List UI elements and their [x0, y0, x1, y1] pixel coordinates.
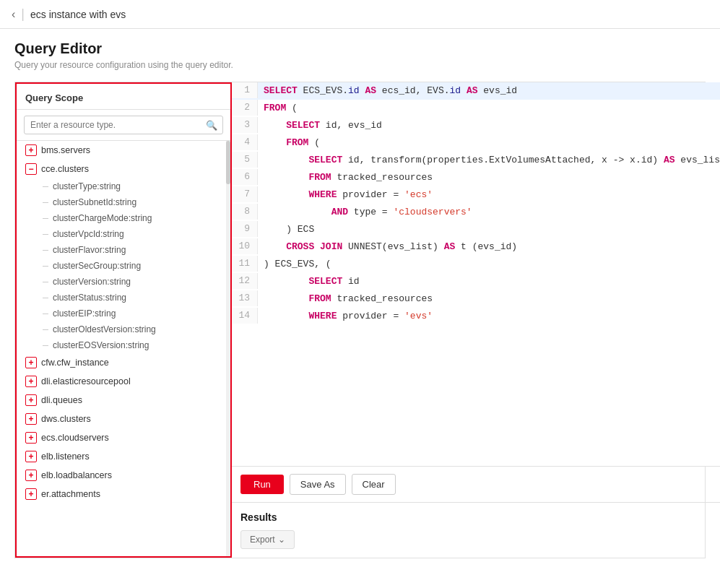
results-area: Results Export ⌄: [232, 503, 720, 558]
tree-child-label: clusterStatus:string: [53, 293, 126, 303]
tree-child-label: clusterEIP:string: [53, 308, 116, 319]
top-bar: ‹ | ecs instance with evs: [0, 0, 720, 29]
main-layout: Query Scope 🔍 +bms.servers−cce.clustersc…: [14, 82, 706, 558]
expand-icon[interactable]: +: [25, 432, 37, 444]
sidebar-item-dws.clusters[interactable]: +dws.clusters: [17, 410, 230, 428]
tree-item-label: dws.clusters: [41, 414, 91, 424]
scroll-thumb[interactable]: [226, 141, 230, 184]
chevron-down-icon: ⌄: [278, 535, 285, 545]
code-line-4: 4 FROM (: [232, 134, 720, 152]
sidebar: Query Scope 🔍 +bms.servers−cce.clustersc…: [15, 82, 232, 558]
tree-child-clusterSubnetId:string[interactable]: clusterSubnetId:string: [17, 194, 230, 210]
line-number: 9: [232, 221, 258, 237]
expand-icon[interactable]: +: [25, 394, 37, 406]
tree-child-clusterVpcId:string[interactable]: clusterVpcId:string: [17, 226, 230, 242]
tree-item-label: elb.loadbalancers: [41, 470, 112, 480]
sidebar-item-dli.queues[interactable]: +dli.queues: [17, 391, 230, 410]
line-content: FROM tracked_resources: [258, 290, 720, 308]
clear-button[interactable]: Clear: [352, 474, 396, 495]
code-line-13: 13 FROM tracked_resources: [232, 290, 720, 308]
expand-icon[interactable]: +: [25, 144, 37, 156]
back-button[interactable]: ‹: [12, 8, 15, 21]
line-number: 6: [232, 169, 258, 185]
line-content: ) ECS_EVS, (: [258, 256, 720, 273]
tree-child-clusterType:string[interactable]: clusterType:string: [17, 178, 230, 194]
tree-item-label: elb.listeners: [41, 451, 90, 462]
tree-child-clusterFlavor:string[interactable]: clusterFlavor:string: [17, 242, 230, 258]
line-content: FROM tracked_resources: [258, 169, 720, 186]
tree-item-label: ecs.cloudservers: [41, 433, 109, 443]
line-content: ) ECS: [258, 221, 720, 238]
save-as-button[interactable]: Save As: [290, 474, 346, 495]
sidebar-item-elb.loadbalancers[interactable]: +elb.loadbalancers: [17, 466, 230, 485]
tree-child-clusterStatus:string[interactable]: clusterStatus:string: [17, 290, 230, 306]
tree-item-label: er.attachments: [41, 489, 100, 499]
line-content: WHERE provider = 'ecs': [258, 186, 720, 204]
line-content: AND type = 'cloudservers': [258, 204, 720, 221]
tree-item-label: dli.queues: [41, 395, 82, 405]
line-number: 8: [232, 204, 258, 220]
expand-icon[interactable]: +: [25, 357, 37, 368]
sidebar-item-bms.servers[interactable]: +bms.servers: [17, 141, 230, 160]
line-number: 4: [232, 134, 258, 150]
tree-child-label: clusterType:string: [53, 181, 121, 191]
tree-child-clusterChargeMode:string[interactable]: clusterChargeMode:string: [17, 210, 230, 226]
search-input[interactable]: [24, 116, 223, 134]
sidebar-item-cce.clusters[interactable]: −cce.clusters: [17, 160, 230, 178]
sidebar-item-dli.elasticresourcepool[interactable]: +dli.elasticresourcepool: [17, 372, 230, 391]
tree-child-clusterOldestVersion:string[interactable]: clusterOldestVersion:string: [17, 321, 230, 337]
expand-icon[interactable]: +: [25, 376, 37, 387]
tree-item-label: dli.elasticresourcepool: [41, 376, 131, 386]
line-number: 11: [232, 256, 258, 272]
line-content: FROM (: [258, 100, 720, 117]
line-number: 5: [232, 152, 258, 168]
top-bar-divider: |: [21, 7, 25, 22]
tree-child-clusterSecGroup:string[interactable]: clusterSecGroup:string: [17, 258, 230, 274]
export-label: Export: [250, 535, 275, 545]
code-editor[interactable]: 1SELECT ECS_EVS.id AS ecs_id, EVS.id AS …: [232, 82, 720, 467]
code-line-8: 8 AND type = 'cloudservers': [232, 204, 720, 221]
tree-item-label: bms.servers: [41, 145, 90, 155]
sidebar-header: Query Scope: [17, 84, 230, 110]
tree-child-label: clusterVpcId:string: [53, 229, 124, 239]
line-content: SELECT id: [258, 273, 720, 290]
run-button[interactable]: Run: [240, 475, 284, 494]
tree-child-clusterEOSVersion:string[interactable]: clusterEOSVersion:string: [17, 337, 230, 353]
search-box: 🔍: [17, 110, 230, 141]
expand-icon[interactable]: +: [25, 451, 37, 462]
line-number: 7: [232, 186, 258, 202]
export-button[interactable]: Export ⌄: [240, 530, 295, 549]
tree-child-label: clusterFlavor:string: [53, 245, 126, 255]
line-content: CROSS JOIN UNNEST(evs_list) AS t (evs_id…: [258, 238, 720, 256]
toolbar: Run Save As Clear: [232, 467, 720, 503]
line-number: 2: [232, 100, 258, 116]
code-line-2: 2FROM (: [232, 100, 720, 117]
sidebar-item-cfw.cfw_instance[interactable]: +cfw.cfw_instance: [17, 353, 230, 372]
line-content: WHERE provider = 'evs': [258, 308, 720, 325]
tree-scroll-area[interactable]: +bms.servers−cce.clustersclusterType:str…: [17, 141, 230, 556]
tree-item-label: cce.clusters: [41, 164, 89, 174]
expand-icon[interactable]: +: [25, 413, 37, 425]
top-bar-title: ecs instance with evs: [30, 9, 126, 20]
code-line-14: 14 WHERE provider = 'evs': [232, 308, 720, 325]
scroll-track: [226, 141, 230, 556]
line-number: 12: [232, 273, 258, 289]
collapse-icon[interactable]: −: [25, 163, 37, 175]
results-title: Results: [240, 511, 720, 523]
page-content: Query Editor Query your resource configu…: [0, 29, 720, 570]
line-content: SELECT id, evs_id: [258, 117, 720, 134]
expand-icon[interactable]: +: [25, 470, 37, 481]
sidebar-item-ecs.cloudservers[interactable]: +ecs.cloudservers: [17, 428, 230, 447]
expand-icon[interactable]: +: [25, 488, 37, 500]
tree-child-clusterEIP:string[interactable]: clusterEIP:string: [17, 306, 230, 321]
tree-child-clusterVersion:string[interactable]: clusterVersion:string: [17, 274, 230, 290]
line-number: 1: [232, 82, 258, 98]
page-title: Query Editor: [14, 40, 706, 57]
line-content: SELECT ECS_EVS.id AS ecs_id, EVS.id AS e…: [258, 82, 720, 100]
tree-child-label: clusterOldestVersion:string: [53, 324, 156, 334]
code-line-6: 6 FROM tracked_resources: [232, 169, 720, 186]
tree-child-label: clusterChargeMode:string: [53, 213, 152, 223]
sidebar-item-elb.listeners[interactable]: +elb.listeners: [17, 447, 230, 466]
sidebar-item-er.attachments[interactable]: +er.attachments: [17, 485, 230, 503]
code-line-5: 5 SELECT id, transform(properties.ExtVol…: [232, 152, 720, 169]
